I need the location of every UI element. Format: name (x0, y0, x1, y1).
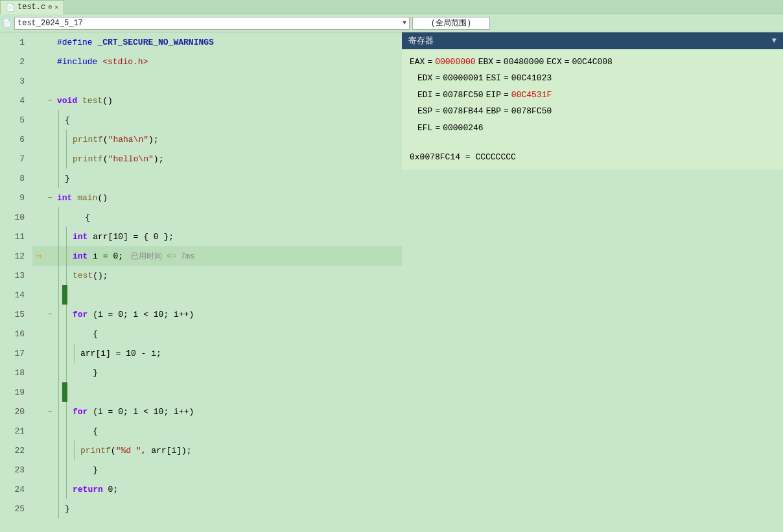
line-content: int i = 0; 已用时间 <= 7ms (70, 246, 402, 266)
line-indent-bar (54, 382, 62, 402)
line-arrow (32, 363, 45, 382)
line-collapse (45, 324, 54, 343)
line-number: 11 (0, 227, 32, 246)
line-content: } (62, 168, 402, 188)
line-collapse (45, 71, 54, 91)
line-content: return 0; (70, 480, 402, 499)
table-row: 3 (0, 71, 402, 91)
reg-row-5: EFL = 00000246 (410, 121, 775, 135)
reg-row-3: EDI = 0078FC50 EIP = 00C4531F (410, 87, 775, 102)
line-number: 17 (0, 343, 32, 363)
line-indent-bar2 (62, 402, 70, 421)
line-arrow (32, 130, 45, 149)
line-indent-bar2 (62, 421, 70, 441)
line-indent-bar (54, 363, 62, 382)
line-indent-bar (54, 343, 62, 363)
table-row: 20 − for (i = 0; i < 10; i++) (0, 402, 402, 421)
tab-test-c[interactable]: 📄 test.c ⊕ ✕ (0, 0, 64, 14)
line-number: 22 (0, 441, 32, 460)
line-number: 20 (0, 402, 32, 421)
line-collapse (45, 130, 54, 149)
table-row: 17 arr[i] = 10 - i; (0, 343, 402, 363)
table-row: 22 printf("%d ", arr[i]); (0, 441, 402, 460)
line-indent-bar3 (70, 441, 78, 460)
line-collapse (45, 149, 54, 168)
line-collapse (45, 480, 54, 499)
toolbar: 📄 test_2024_5_17 ▼ (全局范围) (0, 14, 783, 32)
line-collapse[interactable]: − (45, 402, 54, 421)
line-arrow (32, 188, 45, 207)
line-number: 3 (0, 71, 32, 91)
line-indent-bar (54, 246, 62, 266)
line-arrow (32, 266, 45, 285)
table-row: 12 ⇒ int i = 0; 已用时间 <= 7ms (0, 246, 402, 266)
line-arrow (32, 91, 45, 110)
table-row: 8 } (0, 168, 402, 188)
line-content: } (62, 499, 402, 518)
line-indent-bar (54, 402, 62, 421)
line-indent-bar (54, 305, 62, 324)
table-row: 9 − int main() (0, 188, 402, 207)
scope-label: (全局范围) (431, 17, 471, 29)
line-number: 23 (0, 460, 32, 480)
green-bar (62, 285, 67, 305)
scope-dropdown[interactable]: (全局范围) (412, 17, 490, 30)
line-collapse (45, 343, 54, 363)
table-row: 4 − void test() (0, 91, 402, 110)
line-number: 2 (0, 52, 32, 71)
line-indent-bar2 (62, 441, 70, 460)
line-collapse (45, 32, 54, 52)
tab-icon: 📄 (6, 3, 15, 12)
timing-comment: 已用时间 <= 7ms (131, 251, 194, 262)
code-editor[interactable]: 1 #define _CRT_SECURE_NO_WARNINGS 2 #inc… (0, 32, 402, 532)
line-indent-bar (54, 460, 62, 480)
table-row: 11 int arr[10] = { 0 }; (0, 227, 402, 246)
line-collapse[interactable]: − (45, 91, 54, 110)
code-lines: 1 #define _CRT_SECURE_NO_WARNINGS 2 #inc… (0, 32, 402, 532)
tab-close-icon[interactable]: ✕ (54, 3, 58, 11)
table-row: 16 { (0, 324, 402, 343)
line-number: 14 (0, 285, 32, 305)
line-number: 6 (0, 130, 32, 149)
line-content: void test() (54, 91, 402, 110)
table-row: 2 #include <stdio.h> (0, 52, 402, 71)
line-indent-bar (54, 499, 62, 518)
line-arrow (32, 207, 45, 227)
line-collapse (45, 246, 54, 266)
line-content: { (70, 324, 402, 343)
line-collapse[interactable]: − (45, 188, 54, 207)
line-collapse (45, 266, 54, 285)
line-indent-bar (54, 421, 62, 441)
reg-row-1: EAX = 00000000 EBX = 00480000 ECX = 00C4… (410, 54, 775, 69)
mem-label: 0x0078FC14 = CCCCCCCC (410, 152, 516, 162)
line-indent-bar2 (62, 246, 70, 266)
line-collapse (45, 363, 54, 382)
line-indent-bar2 (62, 324, 70, 343)
register-panel-close-btn[interactable]: ▼ (772, 36, 777, 45)
line-content: { (70, 421, 402, 441)
line-collapse[interactable]: − (45, 305, 54, 324)
line-arrow (32, 52, 45, 71)
line-arrow (32, 343, 45, 363)
line-arrow (32, 460, 45, 480)
table-row: 18 } (0, 363, 402, 382)
line-arrow (32, 149, 45, 168)
file-path-dropdown[interactable]: test_2024_5_17 ▼ (14, 17, 410, 30)
line-collapse (45, 227, 54, 246)
line-collapse (45, 168, 54, 188)
line-content (54, 71, 402, 91)
line-content: { (62, 207, 402, 227)
line-indent-bar (54, 285, 62, 305)
line-indent-bar (54, 480, 62, 499)
line-content (67, 285, 402, 305)
execution-arrow-icon: ⇒ (36, 249, 42, 262)
line-number: 21 (0, 421, 32, 441)
line-content (67, 382, 402, 402)
line-number: 13 (0, 266, 32, 285)
line-number: 16 (0, 324, 32, 343)
line-arrow (32, 421, 45, 441)
line-arrow (32, 382, 45, 402)
line-collapse (45, 441, 54, 460)
line-indent-bar (54, 324, 62, 343)
line-arrow (32, 227, 45, 246)
